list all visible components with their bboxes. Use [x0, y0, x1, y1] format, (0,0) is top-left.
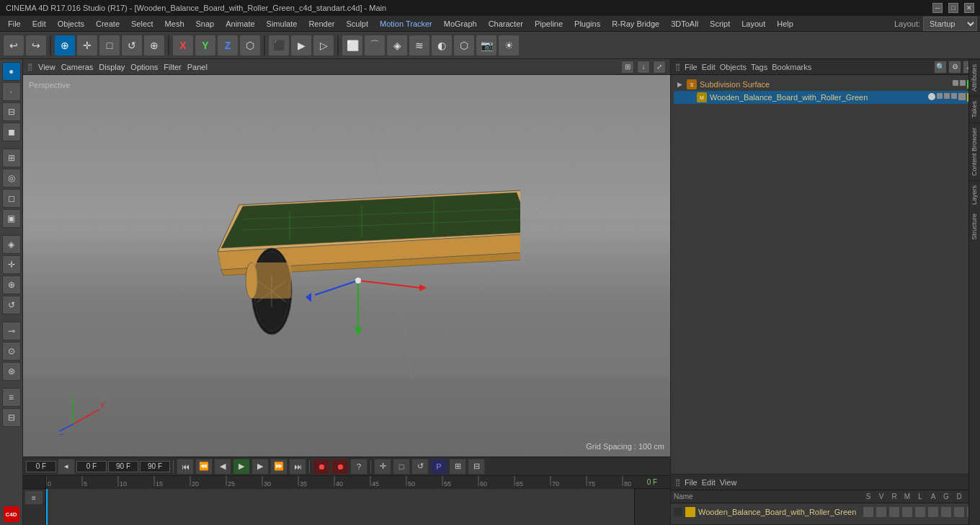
rotate-btn[interactable]: ↺ [2, 296, 21, 314]
obj-tb-view[interactable]: Objects [720, 63, 747, 71]
maximize-btn[interactable]: □ [948, 3, 958, 13]
obj-subdiv-name[interactable]: Subdivision Surface [700, 80, 950, 89]
lower-dot-m[interactable] [902, 507, 912, 517]
tab-structure[interactable]: Structure [969, 209, 980, 244]
edge-mode-btn[interactable]: ⊟ [2, 102, 21, 121]
obj-board-dot-5[interactable] [958, 93, 966, 100]
vp-menu-cameras[interactable]: Cameras [61, 63, 94, 71]
menu-layout[interactable]: Layout [736, 18, 770, 30]
viewport[interactable]: X Y Z Perspective Grid Spacing : 100 cm [23, 75, 670, 456]
z-axis-btn[interactable]: Z [217, 35, 239, 56]
go-end-btn[interactable]: ⏭ [289, 459, 306, 475]
obj-tb-bookmarks[interactable]: Bookmarks [772, 63, 811, 71]
render-view-btn[interactable]: ▶ [290, 35, 312, 56]
knife-btn[interactable]: ⊸ [2, 322, 21, 340]
tab-content-browser[interactable]: Content Browser [969, 123, 980, 180]
vp-menu-display[interactable]: Display [99, 63, 125, 71]
live-select-btn[interactable]: ◻ [2, 189, 21, 208]
scene-btn[interactable]: ⬡ [453, 35, 475, 56]
record-btn[interactable]: ⏺ [313, 459, 330, 475]
uv-mode-btn[interactable]: ⊞ [2, 149, 21, 167]
vp-menu-panel[interactable]: Panel [187, 63, 208, 71]
key-grid-btn[interactable]: ⊞ [449, 459, 466, 475]
menu-edit[interactable]: Edit [27, 18, 51, 30]
key-show-btn[interactable]: ⊟ [468, 459, 485, 475]
lower-view-btn[interactable]: View [720, 478, 737, 487]
nurbs-btn[interactable]: ◈ [386, 35, 408, 56]
next-key-btn[interactable]: ⏩ [270, 459, 288, 475]
close-btn[interactable]: ✕ [964, 3, 974, 13]
obj-dot-1[interactable] [953, 80, 958, 86]
point-mode-btn[interactable]: · [2, 82, 21, 101]
scale-btn[interactable]: ⊕ [2, 275, 21, 294]
obj-settings-btn[interactable]: ⚙ [948, 61, 961, 74]
menu-script[interactable]: Script [705, 18, 735, 30]
light-btn[interactable]: ☀ [498, 35, 520, 56]
undo-btn[interactable]: ↩ [3, 35, 24, 56]
obj-row-balance-board[interactable]: M Wooden_Balance_Board_with_Roller_Green [674, 91, 977, 104]
model-mode-btn[interactable]: ● [2, 62, 21, 81]
lower-dot-g[interactable] [941, 507, 951, 517]
menu-sculpt[interactable]: Sculpt [341, 18, 373, 30]
obj-board-dot-1[interactable] [928, 93, 935, 100]
play-btn[interactable]: ▶ [233, 459, 250, 475]
render-btn[interactable]: ▷ [313, 35, 334, 56]
menu-motion-tracker[interactable]: Motion Tracker [375, 18, 437, 30]
camera-btn[interactable]: 📷 [476, 35, 497, 56]
menu-mograph[interactable]: MoGraph [439, 18, 482, 30]
menu-animate[interactable]: Animate [220, 18, 259, 30]
lower-dot-a[interactable] [928, 507, 938, 517]
rect-select-btn[interactable]: ▣ [2, 209, 21, 228]
vp-expand-btn[interactable]: ⤢ [653, 61, 666, 74]
menu-plugins[interactable]: Plugins [569, 18, 605, 30]
brush-btn[interactable]: ⊙ [2, 342, 21, 361]
obj-tb-file[interactable]: File [685, 63, 698, 71]
tab-attributes[interactable]: Attributes [969, 59, 980, 96]
current-frame-input[interactable] [76, 461, 107, 472]
cube-btn[interactable]: ⬜ [342, 35, 363, 56]
key-p-btn[interactable]: P [430, 459, 447, 475]
obj-board-dot-2[interactable] [937, 93, 943, 99]
tl-left-btn-1[interactable]: ≡ [24, 490, 43, 505]
lower-edit-btn[interactable]: Edit [702, 478, 716, 487]
key-auto-btn[interactable]: ↺ [411, 459, 429, 475]
go-start-btn[interactable]: ⏮ [177, 459, 194, 475]
vp-menu-view[interactable]: View [38, 63, 55, 71]
timeline-track-area[interactable] [46, 489, 634, 525]
obj-tb-tags[interactable]: Tags [751, 63, 767, 71]
menu-help[interactable]: Help [772, 18, 798, 30]
lower-dot-d[interactable] [954, 507, 964, 517]
render-region-btn[interactable]: ⬛ [268, 35, 290, 56]
paint-btn[interactable]: ◎ [2, 169, 21, 188]
scale-tool-btn[interactable]: ⊕ [143, 35, 165, 56]
menu-pipeline[interactable]: Pipeline [530, 18, 568, 30]
tab-takes[interactable]: Takes [969, 96, 980, 123]
rotate-tool-btn[interactable]: ↺ [121, 35, 143, 56]
menu-render[interactable]: Render [303, 18, 339, 30]
lower-obj-row-1[interactable]: Wooden_Balance_Board_with_Roller_Green [671, 503, 980, 521]
rotate-box-btn[interactable]: □ [99, 35, 120, 56]
objects-content[interactable]: ▶ S Subdivision Surface ✓ M [671, 75, 980, 474]
obj-tb-edit[interactable]: Edit [702, 63, 716, 71]
spline-btn[interactable]: ⌒ [364, 35, 386, 56]
lower-dot-r[interactable] [889, 507, 899, 517]
menu-objects[interactable]: Objects [53, 18, 89, 30]
object-btn[interactable]: ◐ [431, 35, 453, 56]
normal-move-btn[interactable]: ≡ [2, 388, 21, 407]
motion-path-btn[interactable]: ✛ [374, 459, 391, 475]
y-axis-btn[interactable]: Y [195, 35, 216, 56]
menu-create[interactable]: Create [91, 18, 125, 30]
move-btn[interactable]: ✛ [2, 255, 21, 274]
start-frame-input[interactable] [26, 461, 56, 472]
obj-board-dot-4[interactable] [951, 93, 957, 99]
obj-dot-2[interactable] [960, 80, 966, 86]
lower-file-btn[interactable]: File [685, 478, 698, 487]
lasso-btn[interactable]: ◈ [2, 235, 21, 254]
obj-expand-icon[interactable]: ▶ [675, 80, 684, 89]
lower-obj-name[interactable]: Wooden_Balance_Board_with_Roller_Green [698, 508, 860, 516]
prev-frame-btn[interactable]: ◀ [214, 459, 231, 475]
transform-btn[interactable]: ⬡ [239, 35, 261, 56]
layout-dropdown[interactable]: Startup Standard [923, 17, 977, 31]
vp-layout-btn[interactable]: ⊞ [621, 61, 634, 74]
menu-character[interactable]: Character [484, 18, 528, 30]
